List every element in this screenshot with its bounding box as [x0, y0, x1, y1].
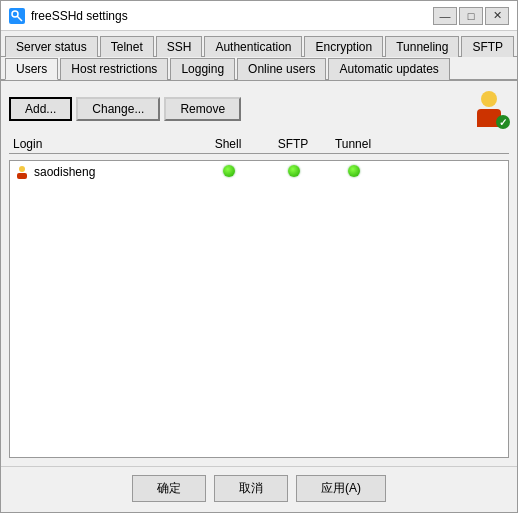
app-icon [9, 8, 25, 24]
tunnel-cell [324, 165, 384, 180]
add-button[interactable]: Add... [9, 97, 72, 121]
tab-users[interactable]: Users [5, 58, 58, 80]
svg-point-2 [19, 166, 25, 172]
tab-ssh[interactable]: SSH [156, 36, 203, 57]
header-tunnel: Tunnel [323, 137, 383, 151]
apply-button[interactable]: 应用(A) [296, 475, 386, 502]
content-area: Add... Change... Remove ✓ Login Shell SF… [1, 81, 517, 466]
tabs-row2: Users Host restrictions Logging Online u… [1, 57, 517, 81]
remove-button[interactable]: Remove [164, 97, 241, 121]
tab-tunneling[interactable]: Tunneling [385, 36, 459, 57]
header-login: Login [13, 137, 193, 151]
title-bar: freeSSHd settings — □ ✕ [1, 1, 517, 31]
avatar-area: ✓ [469, 89, 509, 129]
tab-server-status[interactable]: Server status [5, 36, 98, 57]
window-title: freeSSHd settings [31, 9, 433, 23]
footer: 确定 取消 应用(A) [1, 466, 517, 512]
tab-online-users[interactable]: Online users [237, 58, 326, 80]
maximize-button[interactable]: □ [459, 7, 483, 25]
avatar: ✓ [469, 89, 509, 129]
person-head [481, 91, 497, 107]
toolbar: Add... Change... Remove ✓ [9, 89, 509, 129]
tunnel-dot [348, 165, 360, 177]
header-shell: Shell [193, 137, 263, 151]
header-sftp: SFTP [263, 137, 323, 151]
tab-telnet[interactable]: Telnet [100, 36, 154, 57]
tab-encryption[interactable]: Encryption [304, 36, 383, 57]
tab-automatic-updates[interactable]: Automatic updates [328, 58, 449, 80]
person-figure: ✓ [474, 91, 504, 127]
person-check-icon: ✓ [496, 115, 510, 129]
change-button[interactable]: Change... [76, 97, 160, 121]
username: saodisheng [34, 165, 95, 179]
login-cell: saodisheng [14, 164, 194, 180]
shell-dot [223, 165, 235, 177]
shell-cell [194, 165, 264, 180]
tab-logging[interactable]: Logging [170, 58, 235, 80]
tabs-row1: Server status Telnet SSH Authentication … [1, 31, 517, 57]
sftp-dot [288, 165, 300, 177]
svg-line-1 [17, 16, 22, 21]
tab-authentication[interactable]: Authentication [204, 36, 302, 57]
users-table[interactable]: saodisheng [9, 160, 509, 458]
tab-sftp[interactable]: SFTP [461, 36, 514, 57]
table-header: Login Shell SFTP Tunnel [9, 135, 509, 154]
table-row[interactable]: saodisheng [10, 161, 508, 183]
user-icon [14, 164, 30, 180]
tab-host-restrictions[interactable]: Host restrictions [60, 58, 168, 80]
svg-rect-3 [17, 173, 27, 179]
close-button[interactable]: ✕ [485, 7, 509, 25]
minimize-button[interactable]: — [433, 7, 457, 25]
cancel-button[interactable]: 取消 [214, 475, 288, 502]
sftp-cell [264, 165, 324, 180]
window-controls: — □ ✕ [433, 7, 509, 25]
main-window: freeSSHd settings — □ ✕ Server status Te… [0, 0, 518, 513]
ok-button[interactable]: 确定 [132, 475, 206, 502]
